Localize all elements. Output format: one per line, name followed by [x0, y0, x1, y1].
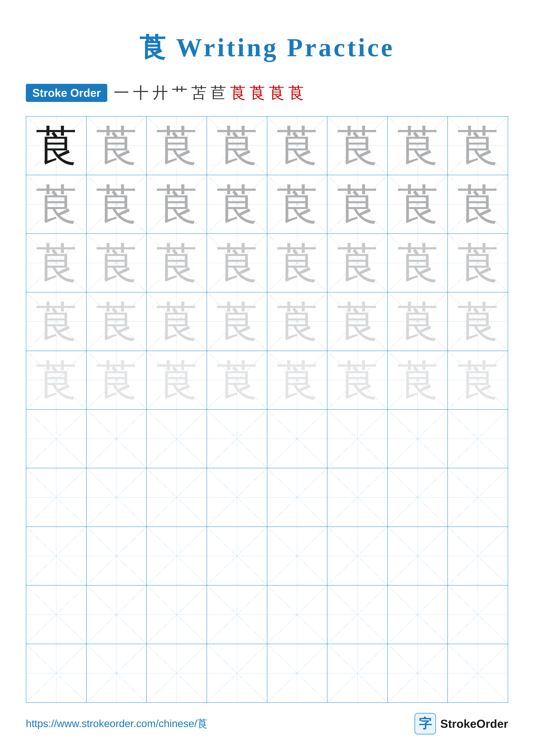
grid-cell[interactable]: 莨: [448, 292, 508, 351]
grid-row-7: [26, 468, 508, 527]
grid-cell[interactable]: 莨: [267, 175, 328, 233]
stroke-char-7: 莨: [230, 83, 245, 103]
grid-cell[interactable]: 莨: [388, 234, 448, 292]
stroke-char-4: 艹: [172, 83, 188, 103]
footer: https://www.strokeorder.com/chinese/莨 字 …: [26, 713, 508, 735]
grid-cell[interactable]: 莨: [327, 234, 388, 292]
grid-cell[interactable]: [147, 468, 207, 526]
grid-cell[interactable]: 莨: [388, 117, 448, 175]
grid-cell[interactable]: 莨: [207, 175, 267, 233]
grid-cell[interactable]: [207, 644, 267, 702]
grid-cell[interactable]: [207, 410, 267, 468]
stroke-char-9: 莨: [269, 83, 284, 103]
grid-cell[interactable]: 莨: [388, 351, 448, 409]
grid-cell[interactable]: [267, 468, 328, 526]
grid-cell[interactable]: [87, 527, 147, 585]
stroke-char-2: 十: [133, 83, 149, 103]
stroke-char-5: 苫: [191, 83, 207, 103]
grid-cell[interactable]: 莨: [448, 234, 508, 292]
grid-row-6: [26, 410, 508, 468]
grid-cell[interactable]: [26, 410, 87, 468]
grid-cell[interactable]: 莨: [26, 117, 87, 175]
grid-cell[interactable]: [327, 410, 388, 468]
grid-cell[interactable]: 莨: [388, 292, 448, 351]
grid-cell[interactable]: [267, 410, 328, 468]
grid-cell[interactable]: [26, 644, 87, 702]
title-text: Writing Practice: [167, 33, 394, 62]
grid-cell[interactable]: [87, 644, 147, 702]
grid-cell[interactable]: [327, 585, 388, 644]
grid-cell[interactable]: 莨: [267, 117, 328, 175]
grid-cell[interactable]: 莨: [448, 351, 508, 409]
grid-cell[interactable]: 莨: [147, 175, 207, 233]
grid-cell[interactable]: 莨: [26, 234, 87, 292]
grid-cell[interactable]: [327, 468, 388, 526]
grid-cell[interactable]: [388, 410, 448, 468]
grid-cell[interactable]: 莨: [87, 175, 147, 233]
grid-cell[interactable]: 莨: [448, 175, 508, 233]
grid-cell[interactable]: [207, 468, 267, 526]
stroke-order-chars: 一 十 廾 艹 苫 苣 莨 莨 莨 莨: [114, 83, 304, 103]
grid-cell[interactable]: 莨: [327, 292, 388, 351]
grid-cell[interactable]: 莨: [87, 234, 147, 292]
stroke-char-1: 一: [114, 83, 129, 103]
grid-cell[interactable]: [147, 644, 207, 702]
grid-cell[interactable]: [87, 410, 147, 468]
grid-cell[interactable]: 莨: [147, 351, 207, 409]
stroke-char-3: 廾: [153, 83, 168, 103]
grid-cell[interactable]: 莨: [87, 292, 147, 351]
grid-cell[interactable]: [26, 585, 87, 644]
grid-cell[interactable]: [448, 644, 508, 702]
grid-cell[interactable]: 莨: [267, 292, 328, 351]
grid-cell[interactable]: [327, 527, 388, 585]
grid-row-2: 莨 莨 莨 莨 莨 莨 莨 莨: [26, 175, 508, 234]
grid-cell[interactable]: 莨: [448, 117, 508, 175]
grid-cell[interactable]: [87, 585, 147, 644]
grid-cell[interactable]: 莨: [207, 234, 267, 292]
grid-cell[interactable]: 莨: [87, 351, 147, 409]
grid-cell[interactable]: [388, 585, 448, 644]
grid-cell[interactable]: 莨: [26, 292, 87, 351]
footer-logo-icon: 字: [415, 713, 436, 735]
grid-cell[interactable]: 莨: [267, 351, 328, 409]
grid-cell[interactable]: [388, 644, 448, 702]
grid-cell[interactable]: [267, 585, 328, 644]
grid-cell[interactable]: [26, 468, 87, 526]
grid-cell[interactable]: [448, 410, 508, 468]
grid-row-3: 莨 莨 莨 莨 莨 莨 莨 莨: [26, 234, 508, 292]
grid-cell[interactable]: [448, 468, 508, 526]
grid-cell[interactable]: 莨: [388, 175, 448, 233]
grid-cell[interactable]: [448, 585, 508, 644]
grid-cell[interactable]: [207, 527, 267, 585]
grid-cell[interactable]: 莨: [327, 351, 388, 409]
grid-cell[interactable]: [448, 527, 508, 585]
stroke-char-6: 苣: [211, 83, 226, 103]
grid-cell[interactable]: 莨: [207, 351, 267, 409]
grid-cell[interactable]: [87, 468, 147, 526]
grid-cell[interactable]: [207, 585, 267, 644]
grid-row-4: 莨 莨 莨 莨 莨 莨 莨 莨: [26, 292, 508, 351]
grid-cell[interactable]: [267, 644, 328, 702]
grid-cell[interactable]: [327, 644, 388, 702]
grid-cell[interactable]: 莨: [87, 117, 147, 175]
grid-cell[interactable]: 莨: [207, 117, 267, 175]
grid-cell[interactable]: [388, 468, 448, 526]
grid-cell[interactable]: 莨: [26, 175, 87, 233]
grid-cell[interactable]: [388, 527, 448, 585]
grid-cell[interactable]: 莨: [147, 234, 207, 292]
grid-cell[interactable]: [147, 410, 207, 468]
grid-cell[interactable]: 莨: [207, 292, 267, 351]
grid-cell[interactable]: [267, 527, 328, 585]
grid-cell[interactable]: 莨: [26, 351, 87, 409]
grid-cell[interactable]: 莨: [327, 117, 388, 175]
footer-url[interactable]: https://www.strokeorder.com/chinese/莨: [26, 717, 207, 731]
grid-cell[interactable]: [26, 527, 87, 585]
grid-cell[interactable]: 莨: [147, 292, 207, 351]
grid-row-1: 莨 莨 莨 莨 莨 莨 莨 莨: [26, 117, 508, 175]
grid-cell[interactable]: 莨: [327, 175, 388, 233]
grid-cell[interactable]: 莨: [267, 234, 328, 292]
grid-cell[interactable]: [147, 527, 207, 585]
grid-row-10: [26, 644, 508, 702]
grid-cell[interactable]: [147, 585, 207, 644]
grid-cell[interactable]: 莨: [147, 117, 207, 175]
